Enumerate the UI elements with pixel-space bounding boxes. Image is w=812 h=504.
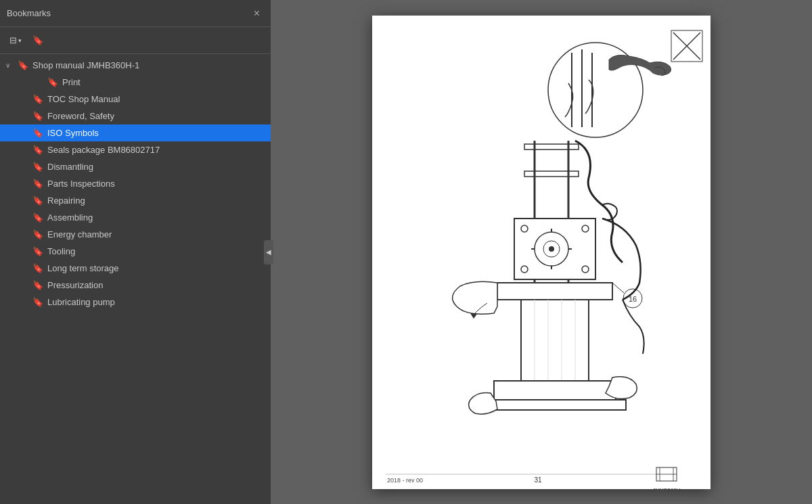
bookmark-icon: 🔖: [32, 179, 43, 189]
bookmark-label: TOC Shop Manual: [47, 94, 120, 104]
bookmark-label: Energy chamber: [47, 229, 112, 239]
bookmark-icon: 🔖: [32, 263, 43, 273]
svg-rect-11: [524, 171, 579, 177]
bookmark-item-storage[interactable]: 🔖Long term storage: [0, 260, 271, 277]
bookmark-list: ∨🔖Shop manual JMHB360H-1🔖Print🔖TOC Shop …: [0, 54, 271, 504]
bookmark-icon: 🔖: [18, 60, 28, 70]
svg-line-35: [612, 283, 624, 293]
svg-rect-12: [514, 219, 595, 279]
document-page: 16 2018 - rev 00 31 JMHB360H BM86807492: [372, 16, 710, 489]
svg-marker-32: [470, 313, 477, 319]
close-button[interactable]: ×: [250, 5, 264, 22]
expand-options-button[interactable]: ⊟ ▾: [5, 32, 26, 48]
bookmark-icon: 🔖: [32, 280, 43, 290]
bookmark-item-seals[interactable]: 🔖Seals package BM86802717: [0, 141, 271, 158]
toolbar: ⊟ ▾ 🔖: [0, 27, 271, 54]
svg-rect-30: [494, 381, 616, 401]
dropdown-arrow-icon: ▾: [18, 37, 22, 44]
grid-icon: ⊟: [9, 35, 17, 45]
svg-point-19: [549, 246, 554, 252]
collapse-handle[interactable]: ◀: [264, 240, 273, 265]
bookmark-label: Foreword, Safety: [47, 111, 114, 121]
bookmark-item-assembling[interactable]: 🔖Assembling: [0, 209, 271, 226]
bookmark-item-lubricating[interactable]: 🔖Lubricating pump: [0, 294, 271, 311]
bookmark-label: Assembling: [47, 212, 93, 223]
svg-rect-31: [484, 400, 626, 410]
bookmark-label: Tooling: [47, 246, 75, 256]
bookmark-label: Long term storage: [47, 263, 119, 273]
bookmark-label: Parts Inspections: [47, 179, 115, 189]
bookmark-icon: 🔖: [32, 297, 43, 307]
bookmark-icon: 🔖: [32, 128, 43, 138]
bookmarks-panel: Bookmarks × ⊟ ▾ 🔖 ∨🔖Shop manual JMHB360H…: [0, 0, 271, 504]
bookmark-label: Dismantling: [47, 162, 93, 172]
svg-text:JMHB360H: JMHB360H: [653, 487, 681, 489]
bookmark-item-pressurization[interactable]: 🔖Pressurization: [0, 277, 271, 294]
bookmark-icon: 🔖: [32, 162, 43, 172]
document-view: ◀: [271, 0, 812, 504]
bookmark-item-parts[interactable]: 🔖Parts Inspections: [0, 175, 271, 192]
bookmark-item-print[interactable]: 🔖Print: [0, 74, 271, 91]
bookmark-item-repairing[interactable]: 🔖Repairing: [0, 192, 271, 209]
bookmark-icon: 🔖: [32, 94, 43, 104]
bookmark-icon: 🔖: [32, 196, 43, 206]
bookmark-label: Print: [62, 77, 81, 87]
bookmark-icon: 🔖: [32, 212, 43, 223]
svg-rect-24: [497, 283, 612, 300]
bookmark-item-foreword[interactable]: 🔖Foreword, Safety: [0, 108, 271, 124]
bookmark-label: Pressurization: [47, 280, 103, 290]
bookmark-label: ISO Symbols: [47, 128, 99, 138]
bookmark-label: Shop manual JMHB360H-1: [32, 60, 139, 70]
chevron-icon: ∨: [5, 62, 14, 69]
bookmark-icon: 🔖: [47, 77, 58, 87]
technical-drawing: 16 2018 - rev 00 31 JMHB360H BM86807492: [372, 16, 710, 489]
svg-rect-25: [521, 300, 589, 381]
bookmark-label: Lubricating pump: [47, 297, 115, 307]
bookmark-icon: 🔖: [32, 246, 43, 256]
svg-text:2018 - rev 00: 2018 - rev 00: [387, 477, 423, 484]
bookmark-item-toc[interactable]: 🔖TOC Shop Manual: [0, 91, 271, 108]
bookmark-label: Seals package BM86802717: [47, 145, 160, 155]
collapse-arrow-icon: ◀: [266, 248, 271, 256]
panel-header: Bookmarks ×: [0, 0, 271, 27]
bookmark-icon: 🔖: [32, 111, 43, 121]
bookmark-icon: 🔖: [32, 145, 43, 155]
svg-rect-10: [524, 144, 579, 150]
bookmark-item-iso[interactable]: 🔖ISO Symbols: [0, 124, 271, 141]
bookmark-label: Repairing: [47, 196, 85, 206]
bookmark-item-dismantling[interactable]: 🔖Dismantling: [0, 158, 271, 175]
bookmark-item-tooling[interactable]: 🔖Tooling: [0, 243, 271, 260]
bookmark-add-icon: 🔖: [32, 35, 43, 45]
svg-text:31: 31: [534, 476, 542, 484]
panel-title: Bookmarks: [7, 8, 51, 18]
bookmark-icon: 🔖: [32, 229, 43, 239]
bookmark-item-energy[interactable]: 🔖Energy chamber: [0, 226, 271, 243]
bookmark-item-root[interactable]: ∨🔖Shop manual JMHB360H-1: [0, 57, 271, 74]
bookmark-current-button[interactable]: 🔖: [28, 32, 47, 48]
